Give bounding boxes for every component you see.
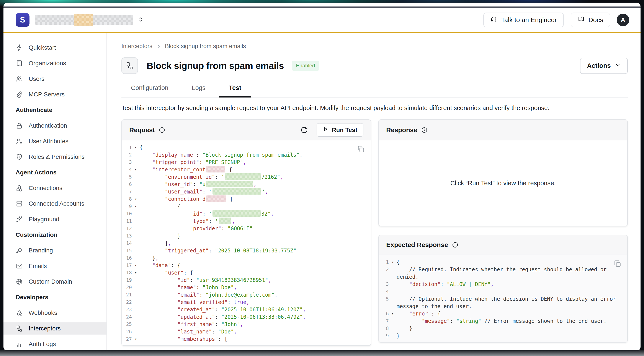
code-line: 19"id": "usr_93418238346728951",: [122, 277, 371, 284]
run-test-button[interactable]: Run Test: [316, 123, 364, 137]
redacted-value: [212, 210, 261, 217]
sidebar-item-authentication[interactable]: Authentication: [4, 120, 106, 132]
sidebar-item-connections[interactable]: Connections: [4, 182, 106, 194]
line-number: 9: [122, 203, 132, 210]
code-line: 9}: [379, 332, 627, 340]
play-icon: [323, 126, 328, 133]
sidebar-item-quickstart[interactable]: Quickstart: [4, 42, 106, 54]
line-number: 6: [122, 181, 132, 188]
sidebar-item-user-attributes[interactable]: User Attributes: [4, 135, 106, 147]
code-line: 1▾{: [122, 144, 371, 151]
code-text: "error": {: [396, 310, 440, 318]
fold-spacer: [132, 188, 140, 195]
user-avatar[interactable]: A: [617, 14, 629, 26]
fold-spacer: [132, 210, 140, 218]
tab-logs[interactable]: Logs: [182, 81, 215, 97]
building-icon: [16, 60, 23, 67]
sidebar-item-emails[interactable]: Emails: [4, 260, 106, 272]
info-icon[interactable]: [452, 242, 458, 248]
fold-spacer: [132, 240, 140, 247]
sidebar-item-label: Quickstart: [28, 44, 56, 51]
code-line: 17▾"data": {: [122, 262, 371, 269]
code-text: "updated_at": "2025-10-06T13:33:06.479Z"…: [140, 313, 306, 321]
fold-spacer: [132, 225, 140, 232]
code-line: 14],: [122, 240, 371, 247]
fold-toggle-icon[interactable]: ▾: [389, 259, 396, 266]
line-number: [379, 273, 389, 281]
code-line: 5// Optional. Include when the decision …: [379, 295, 627, 303]
fold-toggle-icon[interactable]: ▾: [389, 310, 396, 318]
code-line: 8▾"connection_d [: [122, 195, 371, 203]
book-icon: [578, 15, 584, 24]
sidebar-item-auth-logs[interactable]: Auth Logs: [4, 338, 106, 350]
sidebar-item-label: Webhooks: [28, 310, 57, 316]
copy-icon[interactable]: [613, 259, 622, 269]
fold-toggle-icon[interactable]: ▾: [132, 269, 140, 277]
logo-letter: S: [20, 15, 25, 24]
fold-spacer: [389, 303, 396, 310]
code-text: "user_email": '',: [140, 188, 268, 195]
line-number: 4: [379, 288, 389, 295]
fold-spacer: [389, 266, 396, 273]
refresh-icon[interactable]: [300, 126, 308, 134]
sidebar-item-custom-domain[interactable]: Custom Domain: [4, 276, 106, 288]
sidebar-item-playground[interactable]: Playground: [4, 213, 106, 225]
line-number: 26: [122, 328, 132, 336]
line-number: 10: [122, 210, 132, 218]
line-number: 14: [122, 240, 132, 247]
sidebar-item-mcp-servers[interactable]: MCP Servers: [4, 88, 106, 100]
talk-to-engineer-button[interactable]: Talk to an Engineer: [483, 12, 564, 27]
org-name-redacted[interactable]: [35, 15, 133, 25]
redacted-value: [206, 166, 225, 172]
code-text: "trigger_point": "PRE_SIGNUP",: [140, 159, 246, 166]
breadcrumb-parent[interactable]: Interceptors: [122, 43, 152, 50]
redacted-value: [225, 173, 261, 180]
line-number: 5: [379, 295, 389, 303]
fold-spacer: [389, 318, 396, 325]
code-text: denied.: [396, 273, 418, 281]
sidebar-item-users[interactable]: Users: [4, 73, 106, 85]
fold-toggle-icon[interactable]: ▾: [132, 195, 140, 203]
fold-toggle-icon[interactable]: ▾: [132, 203, 140, 210]
sidebar-item-label: Emails: [28, 263, 47, 270]
envelope-icon: [16, 262, 23, 270]
line-number: 25: [122, 321, 132, 328]
fold-toggle-icon[interactable]: ▾: [132, 336, 140, 343]
sidebar-item-label: Custom Domain: [28, 278, 72, 285]
chevrons-up-down-icon[interactable]: [138, 16, 144, 24]
fold-spacer: [389, 281, 396, 288]
sidebar-item-webhooks[interactable]: Webhooks: [4, 307, 106, 319]
actions-button[interactable]: Actions: [580, 58, 628, 74]
code-line: message to the end user.: [379, 303, 627, 310]
code-text: "triggered_at": "2025-10-08T18:19:33.775…: [140, 247, 296, 254]
sidebar-item-label: Organizations: [28, 60, 66, 67]
sidebar-item-connected-accounts[interactable]: Connected Accounts: [4, 198, 106, 210]
fold-spacer: [132, 254, 140, 262]
tab-test[interactable]: Test: [219, 81, 251, 97]
fold-toggle-icon[interactable]: ▾: [132, 166, 140, 173]
fold-spacer: [389, 288, 396, 295]
docs-button[interactable]: Docs: [571, 12, 610, 27]
sidebar-item-branding[interactable]: Branding: [4, 244, 106, 257]
screenshot-stage: S Talk to an Engineer Docs: [0, 0, 644, 356]
sidebar-item-organizations[interactable]: Organizations: [4, 57, 106, 69]
sidebar-item-interceptors[interactable]: Interceptors: [4, 323, 106, 335]
fold-spacer: [132, 151, 140, 159]
code-line: 5"environment_id": '72162",: [122, 173, 371, 181]
fold-toggle-icon[interactable]: ▾: [132, 262, 140, 269]
fold-toggle-icon[interactable]: ▾: [132, 144, 140, 151]
workspace-logo[interactable]: S: [16, 13, 30, 27]
info-icon[interactable]: [421, 127, 428, 133]
request-code-editor[interactable]: 1▾{2"display_name": "Block signup from s…: [122, 140, 371, 346]
code-line: 3"trigger_point": "PRE_SIGNUP",: [122, 159, 371, 166]
sidebar-item-roles-permissions[interactable]: Roles & Permissions: [4, 151, 106, 163]
sidebar-item-label: Playground: [28, 216, 60, 223]
response-panel-header: Response: [379, 120, 627, 140]
info-icon[interactable]: [159, 127, 165, 133]
line-number: 9: [379, 332, 389, 340]
code-text: "last_name": "Doe",: [140, 328, 237, 336]
tab-configuration[interactable]: Configuration: [122, 81, 178, 97]
code-text: message to the end user.: [396, 303, 472, 310]
copy-icon[interactable]: [356, 145, 365, 154]
code-line: 16},: [122, 254, 371, 262]
